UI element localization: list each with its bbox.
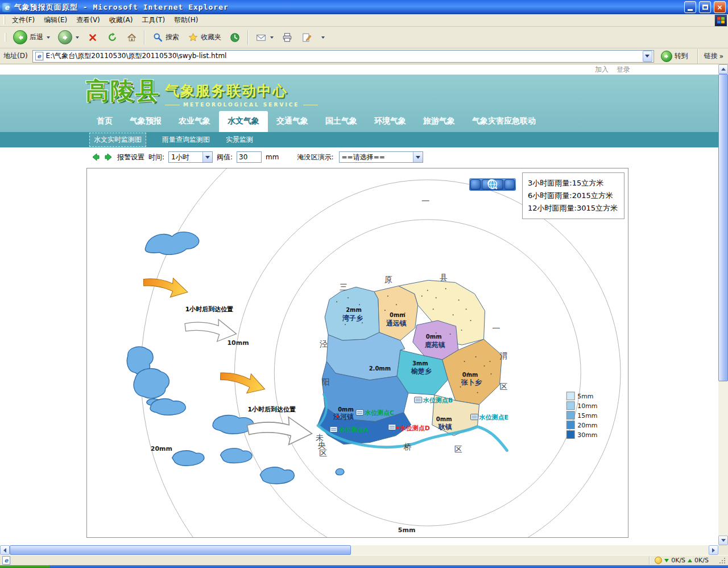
history-button[interactable]: [226, 28, 244, 47]
svg-text:10mm: 10mm: [577, 402, 597, 410]
svg-text:区: 区: [499, 382, 507, 391]
resize-grip[interactable]: [718, 557, 726, 564]
subnav-live-view[interactable]: 实景监测: [226, 135, 253, 145]
start-button-edge[interactable]: [0, 565, 50, 568]
flood-select-arrow-icon[interactable]: [413, 152, 423, 162]
time-select-arrow-icon[interactable]: [202, 152, 212, 162]
back-button[interactable]: 后退: [10, 28, 53, 47]
tab-tourism[interactable]: 旅游气象: [415, 111, 464, 132]
map-region-jinghezhen-north[interactable]: [326, 332, 405, 380]
tab-hydrology[interactable]: 水文气象: [219, 111, 268, 132]
close-button[interactable]: ×: [714, 1, 726, 13]
go-label: 转到: [675, 51, 688, 61]
threshold-input[interactable]: [237, 151, 262, 163]
toolbar-more-button[interactable]: [317, 28, 328, 47]
search-button[interactable]: 搜索: [148, 28, 183, 47]
tab-agriculture[interactable]: 农业气象: [170, 111, 219, 132]
svg-text:区: 区: [454, 444, 462, 454]
station-A[interactable]: 水位测点A: [330, 426, 369, 434]
scroll-down-icon: [721, 539, 726, 542]
horizontal-scrollbar[interactable]: [0, 545, 718, 555]
station-A-label: 水位测点A: [338, 426, 369, 434]
time-select[interactable]: 1小时: [168, 151, 213, 163]
scroll-right-icon: [712, 548, 715, 553]
go-button[interactable]: 转到: [657, 50, 692, 63]
menu-bar: 文件(F) 编辑(E) 查看(V) 收藏(A) 工具(T) 帮助(H): [0, 14, 728, 27]
speed-widget: 0K/S 0K/S: [649, 556, 714, 565]
alarm-settings-label: 报警设置: [117, 153, 144, 162]
map-region-luyuanzhen[interactable]: [413, 320, 458, 360]
svg-text:三: 三: [340, 282, 348, 291]
address-input[interactable]: e E:\气象台\原型20110530\原型20110530\swyb-list…: [32, 50, 654, 63]
label-zhangbuxiang: 张卜乡: [461, 378, 482, 386]
eta-label-2: 1小时后到达位置: [247, 406, 295, 413]
stop-button[interactable]: [84, 28, 102, 47]
scroll-right-button[interactable]: [709, 545, 718, 555]
forward-button[interactable]: [55, 28, 82, 47]
hydrology-map[interactable]: 10mm 20mm 5mm: [86, 168, 628, 538]
station-E[interactable]: 水位测点E: [471, 414, 508, 421]
favorites-label: 收藏夹: [201, 32, 221, 42]
label-yuchuxiang: 榆楚乡: [411, 367, 432, 375]
subnav-rain-query[interactable]: 雨量查询监测图: [162, 135, 210, 145]
vertical-scroll-thumb[interactable]: [718, 74, 728, 381]
svg-text:原: 原: [384, 275, 392, 284]
area-rainfall-summary: 3小时面雨量:15立方米 6小时面雨量:2015立方米 12小时面雨量:3015…: [522, 172, 624, 219]
login-link[interactable]: 登录: [617, 65, 630, 75]
station-C[interactable]: 水位测点C: [356, 409, 394, 417]
download-arrow-icon: [664, 559, 669, 562]
menu-edit[interactable]: 编辑(E): [39, 14, 72, 27]
storm-motion-arrow: [141, 271, 191, 301]
map-canvas: 10mm 20mm 5mm: [87, 168, 628, 537]
ie-app-icon: e: [2, 3, 11, 12]
minimize-button[interactable]: [684, 1, 696, 13]
tab-traffic[interactable]: 交通气象: [268, 111, 317, 132]
menu-tools[interactable]: 工具(T): [137, 14, 169, 27]
join-link[interactable]: 加入: [595, 65, 609, 75]
scroll-up-button[interactable]: [718, 64, 728, 74]
full-extent-globe-button[interactable]: [504, 179, 515, 190]
eta-label-1: 1小时后到达位置: [185, 306, 233, 313]
tab-home[interactable]: 首页: [88, 111, 121, 132]
tab-environment[interactable]: 环境气象: [366, 111, 415, 132]
svg-text:5mm: 5mm: [577, 393, 593, 400]
svg-text:桥: 桥: [403, 442, 412, 451]
map-toolbar: [469, 178, 516, 191]
tab-disaster-emergency[interactable]: 气象灾害应急联动: [464, 111, 544, 132]
refresh-button[interactable]: [103, 28, 121, 47]
links-button[interactable]: 链接 »: [704, 51, 726, 61]
print-button[interactable]: [278, 28, 296, 47]
vertical-scrollbar[interactable]: [718, 64, 728, 545]
horizontal-scroll-thumb[interactable]: [10, 545, 351, 555]
address-dropdown-button[interactable]: [643, 51, 652, 62]
mail-icon: [255, 32, 267, 43]
account-bar: 加入 登录: [0, 64, 718, 75]
scroll-down-button[interactable]: [718, 536, 728, 545]
speed-widget-icon: [655, 557, 662, 564]
menubar-grip[interactable]: [3, 16, 5, 24]
window-title: 气象预报页面原型 - Microsoft Internet Explorer: [14, 2, 681, 13]
subnav-realtime-monitor[interactable]: 水文实时监测图: [89, 133, 146, 147]
scroll-left-button[interactable]: [0, 545, 10, 555]
history-icon: [229, 32, 241, 43]
mail-button[interactable]: [252, 28, 277, 47]
menu-help[interactable]: 帮助(H): [169, 14, 202, 27]
upload-speed: 0K/S: [694, 557, 709, 564]
menu-favorites[interactable]: 收藏(A): [105, 14, 138, 27]
tab-weather-forecast[interactable]: 气象预报: [121, 111, 170, 132]
ring-label-10mm: 10mm: [227, 339, 249, 347]
maximize-button[interactable]: [699, 1, 711, 13]
tab-land[interactable]: 国土气象: [317, 111, 366, 132]
menu-file[interactable]: 文件(F): [7, 14, 39, 27]
station-D-label: 水位测点D: [399, 425, 430, 432]
home-button[interactable]: [122, 28, 140, 47]
rain-legend: 5mm 10mm 15mm 20mm 30mm: [566, 392, 597, 439]
next-arrow-icon[interactable]: [104, 153, 113, 162]
flood-demo-select[interactable]: ==请选择==: [339, 151, 423, 163]
toolbar-grip[interactable]: [5, 33, 6, 42]
menu-view[interactable]: 查看(V): [72, 14, 105, 27]
edit-button[interactable]: [297, 28, 316, 47]
station-B[interactable]: 水位测点B: [415, 397, 453, 404]
prev-arrow-icon[interactable]: [91, 153, 100, 162]
favorites-button[interactable]: 收藏夹: [184, 28, 225, 47]
